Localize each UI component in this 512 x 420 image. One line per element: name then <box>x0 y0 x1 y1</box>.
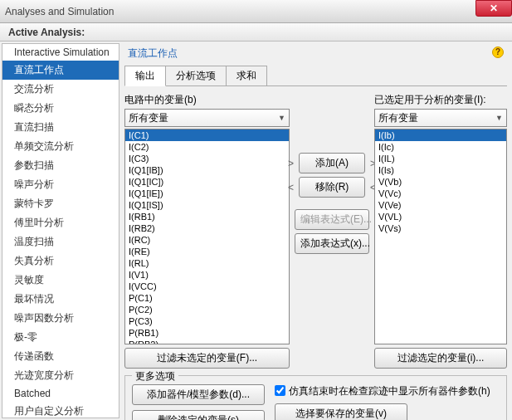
add-device-param-button[interactable]: 添加器件/模型参数(d)... <box>132 384 265 405</box>
sidebar-item[interactable]: 参数扫描 <box>2 156 119 175</box>
sidebar-item[interactable]: 灵敏度 <box>2 271 119 290</box>
panel-title: 直流工作点 <box>124 45 507 66</box>
show-device-params-checkbox[interactable] <box>275 385 285 396</box>
list-item[interactable]: I(IL) <box>375 153 506 164</box>
edit-expression-button: 编辑表达式(E)... <box>295 209 369 230</box>
sidebar-item[interactable]: 温度扫描 <box>2 232 119 252</box>
list-item[interactable]: I(Q1[IE]) <box>125 188 289 199</box>
sidebar-item[interactable]: 传递函数 <box>2 347 119 366</box>
list-item[interactable]: V(Ve) <box>375 199 506 211</box>
filter-unselected-button[interactable]: 过滤未选定的变量(F)... <box>124 348 290 369</box>
list-item[interactable]: V(Vb) <box>375 176 506 188</box>
close-button[interactable]: ✕ <box>475 0 512 17</box>
list-item[interactable]: I(C3) <box>125 153 289 164</box>
more-options-group: 更多选项 添加器件/模型参数(d)... 删除选定的变量(s) 仿真结束时在检查… <box>124 375 507 420</box>
list-item[interactable]: P(C1) <box>125 292 289 304</box>
sidebar-item[interactable]: 单频交流分析 <box>2 137 119 156</box>
sidebar-item[interactable]: 直流扫描 <box>2 118 119 137</box>
tab[interactable]: 求和 <box>226 66 267 85</box>
sidebar-item[interactable]: 用户自定义分析 <box>2 402 119 418</box>
list-item[interactable]: I(RC) <box>125 234 289 246</box>
list-item[interactable]: I(RB2) <box>125 222 289 234</box>
list-item[interactable]: P(RB1) <box>125 327 289 339</box>
arrow-left-icon: < <box>288 182 294 193</box>
list-item[interactable]: I(Q1[IC]) <box>125 176 289 188</box>
list-item[interactable]: V(VL) <box>375 211 506 222</box>
show-device-params-label: 仿真结束时在检查踪迹中显示所有器件参数(h) <box>289 384 490 398</box>
list-item[interactable]: I(RB1) <box>125 211 289 222</box>
sidebar-item[interactable]: 瞬态分析 <box>2 99 119 118</box>
selected-vars-listbox[interactable]: I(Ib)I(Ic)I(IL)I(Is)V(Vb)V(Vc)V(Ve)V(VL)… <box>374 129 507 344</box>
sidebar-item[interactable]: 傅里叶分析 <box>2 213 119 232</box>
list-item[interactable]: I(Ic) <box>375 141 506 153</box>
list-item[interactable]: P(RB2) <box>125 339 289 344</box>
list-item[interactable]: I(RE) <box>125 246 289 257</box>
sidebar-item[interactable]: 噪声因数分析 <box>2 309 119 328</box>
list-item[interactable]: V(Vs) <box>375 222 506 234</box>
list-item[interactable]: I(Q1[IB]) <box>125 164 289 176</box>
sidebar-item[interactable]: 失真分析 <box>2 252 119 271</box>
list-item[interactable]: I(Is) <box>375 164 506 176</box>
list-item[interactable]: P(C3) <box>125 315 289 327</box>
help-icon[interactable]: ? <box>492 46 504 58</box>
list-item[interactable]: V(Vc) <box>375 188 506 199</box>
sidebar-item[interactable]: 光迹宽度分析 <box>2 366 119 385</box>
selected-vars-label: 已选定用于分析的变量(I): <box>374 93 507 107</box>
sidebar-item[interactable]: 最坏情况 <box>2 290 119 309</box>
analysis-sidebar[interactable]: Interactive Simulation直流工作点交流分析瞬态分析直流扫描单… <box>2 43 119 418</box>
circuit-vars-label: 电路中的变量(b) <box>124 93 290 107</box>
list-item[interactable]: I(Q1[IS]) <box>125 199 289 211</box>
add-button[interactable]: 添加(A) <box>299 153 365 173</box>
list-item[interactable]: I(Ib) <box>375 129 506 141</box>
list-item[interactable]: I(RL) <box>125 257 289 269</box>
circuit-vars-combo[interactable]: 所有变量 <box>124 109 290 127</box>
more-options-legend: 更多选项 <box>132 369 178 383</box>
list-item[interactable]: P(C2) <box>125 304 289 315</box>
list-item[interactable]: I(C1) <box>125 129 289 141</box>
remove-button[interactable]: 移除(R) <box>299 177 365 198</box>
sidebar-item[interactable]: 极-零 <box>2 328 119 347</box>
list-item[interactable]: I(C2) <box>125 141 289 153</box>
add-expression-button[interactable]: 添加表达式(x)... <box>295 233 369 254</box>
sidebar-item[interactable]: Batched <box>2 385 119 402</box>
tab[interactable]: 分析选项 <box>165 66 227 85</box>
sidebar-item[interactable]: 直流工作点 <box>2 61 119 80</box>
delete-selected-var-button[interactable]: 删除选定的变量(s) <box>132 410 265 420</box>
selected-vars-combo[interactable]: 所有变量 <box>374 109 507 127</box>
arrow-right-icon: > <box>288 158 294 169</box>
filter-selected-button[interactable]: 过滤选定的变量(i)... <box>374 348 507 369</box>
tab[interactable]: 输出 <box>124 66 166 86</box>
sidebar-item[interactable]: 蒙特卡罗 <box>2 194 119 213</box>
tab-bar: 输出分析选项求和 <box>124 66 507 86</box>
sidebar-item[interactable]: 噪声分析 <box>2 175 119 194</box>
list-item[interactable]: I(VCC) <box>125 281 289 292</box>
sidebar-item[interactable]: Interactive Simulation <box>2 44 119 61</box>
active-analysis-label: Active Analysis: <box>8 27 85 38</box>
select-save-vars-button[interactable]: 选择要保存的变量(v) <box>275 403 407 420</box>
sub-header: Active Analysis: <box>0 23 512 42</box>
window-title: Analyses and Simulation <box>5 6 114 17</box>
circuit-vars-listbox[interactable]: I(C1)I(C2)I(C3)I(Q1[IB])I(Q1[IC])I(Q1[IE… <box>124 129 290 344</box>
main-panel: 直流工作点 ? 输出分析选项求和 电路中的变量(b) 所有变量 I(C1)I(C… <box>119 42 512 420</box>
sidebar-item[interactable]: 交流分析 <box>2 80 119 99</box>
list-item[interactable]: I(V1) <box>125 269 289 281</box>
title-bar: Analyses and Simulation ✕ <box>0 0 512 23</box>
